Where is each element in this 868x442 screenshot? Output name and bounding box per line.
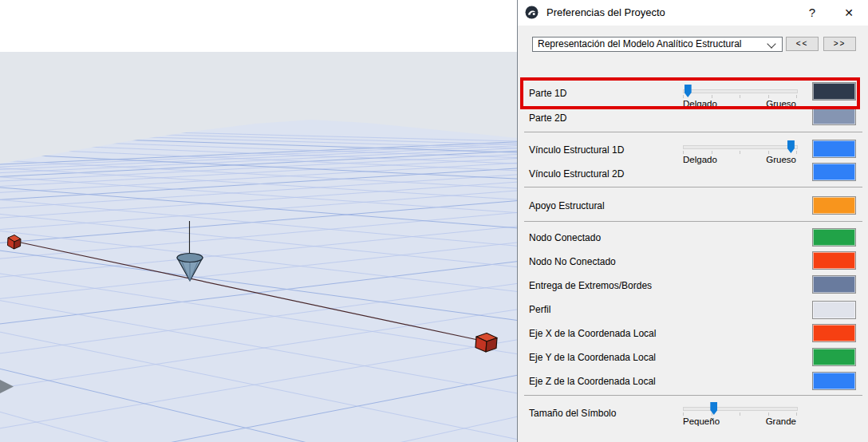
divider [524,132,862,132]
color-swatch[interactable] [812,228,856,247]
slider-tick [712,95,712,98]
setting-label: Vínculo Estructural 2D [529,168,624,180]
setting-label: Eje X de la Coordenada Local [529,328,656,339]
slider-thumb[interactable] [787,140,795,153]
slider-tick [768,151,769,154]
slider-tick [796,151,797,154]
next-page-button[interactable]: >> [823,37,856,51]
app-root: { "dialog": { "title": "Preferencias del… [0,0,868,442]
chevron-down-icon [767,39,775,48]
slider-tick [712,412,712,416]
slider-tick [740,151,740,154]
archicad-logo-icon [525,6,539,19]
preference-page-select[interactable]: Representación del Modelo Analítico Estr… [532,37,783,52]
setting-label: Perfil [529,304,550,315]
slider-max-label: Grueso [683,155,796,164]
setting-label: Entrega de Extremos/Bordes [529,280,652,291]
color-swatch[interactable] [812,196,856,215]
slider-track[interactable] [683,145,798,149]
color-swatch[interactable] [812,275,856,294]
setting-label: Vínculo Estructural 1D [529,144,624,156]
color-swatch[interactable] [812,251,856,270]
dialog-titlebar: Preferencias del Proyecto ? ✕ [518,0,868,26]
slider-max-label: Grueso [683,99,796,109]
slider-tick [712,151,712,154]
slider-tick [683,412,684,416]
setting-label: Parte 1D [529,88,566,99]
color-swatch[interactable] [812,140,856,158]
divider [524,221,862,222]
slider-tick [740,95,740,98]
divider [524,395,862,396]
setting-label: Nodo Conectado [529,232,601,243]
setting-label: Eje Z de la Coordenada Local [529,376,656,387]
help-button[interactable]: ? [803,4,821,22]
color-swatch[interactable] [812,348,856,366]
node-cube-right[interactable] [475,333,497,353]
close-button[interactable]: ✕ [840,4,858,22]
setting-label: Parte 2D [529,112,566,124]
slider-track[interactable] [683,89,798,93]
slider-tick [796,95,797,98]
slider-tick [768,95,769,98]
slider-tick [683,151,684,154]
3d-viewport[interactable] [0,52,517,442]
divider [524,187,862,187]
setting-label: Nodo No Conectado [529,256,616,267]
color-swatch[interactable] [812,107,856,125]
prev-page-button[interactable]: << [786,37,819,51]
preference-page-value: Representación del Modelo Analítico Estr… [538,38,741,49]
slider-tick [683,95,684,98]
slider-tick [740,412,740,416]
dialog-title: Preferencias del Proyecto [546,6,665,18]
color-swatch[interactable] [812,324,856,342]
color-swatch[interactable] [812,82,856,101]
setting-label: Tamaño del Símbolo [529,408,616,419]
slider-track[interactable] [683,407,798,411]
setting-label: Apoyo Estructural [529,200,605,211]
preferences-dialog: Preferencias del Proyecto ? ✕ Representa… [517,0,868,442]
slider-tick [796,412,797,416]
slider-max-label: Grande [683,416,796,426]
slider-tick [768,412,769,416]
setting-label: Eje Y de la Coordenada Local [529,352,656,363]
color-swatch[interactable] [812,301,856,319]
color-swatch[interactable] [812,372,856,390]
slider-thumb[interactable] [685,85,692,97]
color-swatch[interactable] [812,163,856,181]
